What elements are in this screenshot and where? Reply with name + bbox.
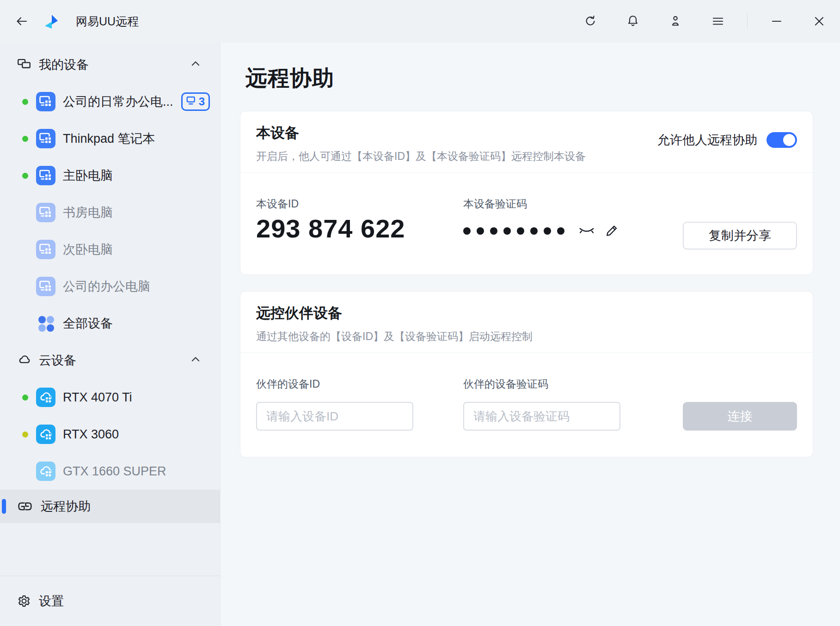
gear-icon [17,594,31,608]
allow-remote-assist-label: 允许他人远程协助 [657,132,757,148]
sidebar: 我的设备公司的日常办公电...3Thinkpad 笔记本主卧电脑书房电脑次卧电脑… [0,43,221,626]
computer-device-icon [36,277,55,296]
device-name: 主卧电脑 [63,167,113,184]
account-button[interactable] [667,12,684,30]
back-arrow-icon [15,14,29,28]
close-button[interactable] [810,12,828,30]
local-device-card: 本设备 开启后，他人可通过【本设备ID】及【本设备验证码】远程控制本设备 允许他… [240,111,813,275]
notifications-button[interactable] [624,12,642,30]
computer-device-icon [36,203,55,222]
show-passcode-button[interactable] [578,222,595,240]
sidebar-device-item[interactable]: GTX 1660 SUPER [0,453,220,490]
cloud-device-icon [36,425,55,444]
all-devices-icon [36,314,55,333]
sidebar-device-item[interactable]: 公司的办公电脑 [0,268,220,305]
partner-code-input[interactable] [463,402,620,431]
chevron-up-icon[interactable] [190,353,202,367]
bell-icon [626,14,640,28]
refresh-button[interactable] [582,12,599,30]
cloud-icon [17,352,31,369]
sidebar-section-header-my-devices[interactable]: 我的设备 [0,46,220,83]
passcode-masked-value [463,227,570,235]
device-name: RTX 4070 Ti [63,390,132,405]
titlebar: 网易UU远程 [0,0,840,43]
partner-id-label: 伙伴的设备ID [256,377,320,391]
hamburger-menu-icon [711,14,725,28]
card-description: 通过其他设备的【设备ID】及【设备验证码】启动远程控制 [256,329,533,344]
card-title: 本设备 [256,123,299,143]
device-name: 公司的办公电脑 [63,278,150,295]
device-name: RTX 3060 [63,427,119,442]
eye-closed-icon [578,224,595,238]
allow-remote-assist-toggle[interactable] [766,132,797,148]
menu-button[interactable] [709,12,727,30]
device-name: 全部设备 [63,315,113,332]
partner-device-card: 远控伙伴设备 通过其他设备的【设备ID】及【设备验证码】启动远程控制 伙伴的设备… [240,291,813,457]
card-description: 开启后，他人可通过【本设备ID】及【本设备验证码】远程控制本设备 [256,149,586,164]
computer-device-icon [36,92,55,111]
minimize-icon [770,14,784,28]
back-button[interactable] [13,12,31,30]
refresh-icon [583,14,597,28]
app-logo-icon [43,12,60,30]
cloud-device-icon [36,462,55,481]
status-dot [22,432,28,438]
computer-device-icon [36,129,55,148]
page-title: 远程协助 [245,64,334,93]
app-title: 网易UU远程 [76,14,139,29]
sidebar-device-item[interactable]: 主卧电脑 [0,157,220,194]
sidebar-device-item[interactable]: 次卧电脑 [0,231,220,268]
app-window: 网易UU远程 我的设备公司的日常办公电...3Thi [0,0,840,626]
monitor-badge-icon [186,96,196,107]
sidebar-device-item[interactable]: 公司的日常办公电...3 [0,83,220,120]
chevron-up-icon[interactable] [190,58,202,72]
sidebar-section-header-cloud-devices[interactable]: 云设备 [0,342,220,379]
copy-share-button[interactable]: 复制并分享 [683,222,797,249]
pencil-icon [603,224,620,238]
cloud-device-icon [36,388,55,407]
device-id-label: 本设备ID [256,197,299,211]
device-id-value: 293 874 622 [256,213,405,243]
computer-device-icon [36,166,55,185]
sidebar-item-settings[interactable]: 设置 [0,576,220,626]
device-name: 公司的日常办公电... [63,93,173,110]
main-content: 远程协助 本设备 开启后，他人可通过【本设备ID】及【本设备验证码】远程控制本设… [221,43,840,626]
computer-device-icon [36,240,55,259]
connect-button[interactable]: 连接 [683,402,797,431]
sidebar-device-item[interactable]: RTX 3060 [0,416,220,453]
titlebar-divider [747,13,748,29]
partner-id-input[interactable] [256,402,413,431]
sidebar-item-label: 远程协助 [41,498,91,515]
user-icon [668,14,682,28]
passcode-label: 本设备验证码 [463,197,527,211]
sidebar-device-item[interactable]: 全部设备 [0,305,220,342]
partner-code-label: 伙伴的设备验证码 [463,377,548,391]
device-name: 书房电脑 [63,204,113,221]
dual-monitor-icon [17,56,31,73]
close-icon [812,14,826,28]
sidebar-section-label: 我的设备 [39,56,190,73]
device-name: GTX 1660 SUPER [63,464,166,479]
device-name: 次卧电脑 [63,241,113,258]
multi-session-badge: 3 [181,92,210,111]
sidebar-device-item[interactable]: Thinkpad 笔记本 [0,120,220,157]
status-dot [22,173,28,179]
sidebar-footer: 设置 [0,576,220,626]
sidebar-device-item[interactable]: RTX 4070 Ti [0,379,220,416]
status-dot [22,136,28,142]
sidebar-section-label: 云设备 [39,352,190,369]
device-name: Thinkpad 笔记本 [63,130,155,147]
card-title: 远控伙伴设备 [256,304,342,323]
status-dot [22,395,28,401]
status-dot [22,99,28,105]
minimize-button[interactable] [768,12,785,30]
remote-assist-icon [17,500,33,513]
sidebar-item-label: 设置 [39,593,64,609]
edit-passcode-button[interactable] [603,222,620,240]
sidebar-item-remote-assist[interactable]: 远程协助 [0,490,220,523]
sidebar-device-item[interactable]: 书房电脑 [0,194,220,231]
